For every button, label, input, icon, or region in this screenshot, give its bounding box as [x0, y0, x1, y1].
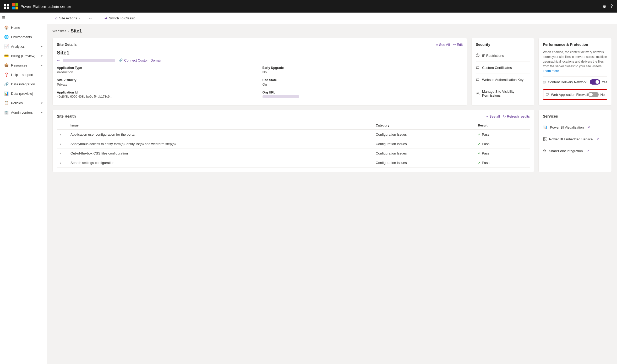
sidebar-item-billing[interactable]: 💳 Billing (Preview) ∨: [0, 51, 47, 60]
application-type-value: Production: [57, 70, 257, 74]
breadcrumb-current: Site1: [71, 28, 82, 34]
power-bi-embedded-item[interactable]: 🖼 Power BI Embedded Service ↗: [543, 133, 607, 145]
main-content: Websites › Site1 Site Details ≡ See All: [47, 24, 617, 364]
manage-visibility-item[interactable]: Manage Site Visibility Permissions: [476, 86, 530, 101]
sidebar-item-analytics[interactable]: 📈 Analytics ∨: [0, 42, 47, 51]
sidebar-item-home[interactable]: 🏠 Home: [0, 23, 47, 32]
issue-cell: Out-of-the-box CSS files configuration: [67, 149, 373, 158]
svg-rect-0: [4, 4, 6, 6]
waf-toggle[interactable]: [588, 92, 599, 97]
svg-rect-4: [12, 3, 15, 6]
svg-rect-7: [15, 7, 18, 9]
website-auth-key-item[interactable]: Website Authentication Key: [476, 74, 530, 86]
data-preview-icon: 📊: [4, 91, 8, 96]
grid-menu-button[interactable]: [4, 4, 9, 9]
security-card: Security IP Restrictions Custom Certific…: [471, 38, 534, 106]
sidebar-toggle[interactable]: ☰: [0, 13, 47, 23]
health-table-header: Issue Category Result: [57, 122, 530, 130]
sidebar-item-data-preview[interactable]: 📊 Data (preview): [0, 89, 47, 98]
result-cell: ✓Pass: [475, 130, 523, 139]
switch-to-classic-button[interactable]: ⇌ Switch To Classic: [102, 15, 138, 21]
issue-cell: Search settings configuration: [67, 158, 373, 168]
category-cell: Configuration Issues: [373, 149, 475, 158]
svg-rect-1: [7, 4, 9, 6]
resources-icon: 📦: [4, 63, 8, 67]
settings-icon[interactable]: ⚙: [603, 4, 606, 9]
custom-certificates-item[interactable]: Custom Certificates: [476, 62, 530, 74]
performance-header: Performance & Protection: [543, 42, 607, 47]
website-auth-key-icon: [476, 78, 479, 82]
category-cell: Configuration Issues: [373, 139, 475, 149]
expand-col: [57, 122, 67, 130]
health-header: Site Health ≡ See all ↻ Refresh results: [57, 114, 530, 118]
sidebar-item-policies[interactable]: 📋 Policies ∨: [0, 98, 47, 108]
svg-point-10: [478, 56, 478, 56]
expand-row-chevron[interactable]: ›: [60, 152, 61, 155]
security-title: Security: [476, 42, 490, 47]
power-bi-embedded-icon: 🖼: [543, 137, 547, 141]
site-details-title: Site Details: [57, 42, 77, 47]
site-actions-checkbox-icon: ☑: [54, 16, 58, 20]
sidebar-item-data-integration[interactable]: 🔗 Data integration: [0, 79, 47, 89]
bottom-cards-row: Site Health ≡ See all ↻ Refresh results: [52, 110, 612, 172]
result-cell: ✓Pass: [475, 158, 523, 168]
edit-icon: ✏: [453, 43, 456, 47]
early-upgrade-value: No: [263, 70, 463, 74]
site-visibility-value: Private: [57, 82, 257, 86]
health-table-body: › Application user configuration for the…: [57, 130, 530, 168]
environments-icon: 🌐: [4, 35, 8, 39]
sidebar-item-resources[interactable]: 📦 Resources ∨: [0, 60, 47, 70]
sidebar-item-environments[interactable]: 🌐 Environments: [0, 32, 47, 42]
cdn-toggle[interactable]: [590, 79, 600, 85]
billing-chevron: ∨: [41, 54, 43, 57]
connect-domain-button[interactable]: 🔗 Connect Custom Domain: [118, 58, 162, 62]
action-bar-divider: [98, 16, 98, 21]
ms-logo: Power Platform admin center: [12, 3, 71, 9]
see-all-button[interactable]: ≡ See All: [436, 43, 450, 47]
help-support-icon: ❓: [4, 73, 8, 77]
application-type-label: Application Type: [57, 66, 257, 70]
breadcrumb-parent[interactable]: Websites: [52, 29, 66, 33]
analytics-chevron: ∨: [41, 45, 43, 48]
waf-label-row: 🛡 Web Application Firewall: [545, 93, 588, 97]
ip-restrictions-item[interactable]: IP Restrictions: [476, 50, 530, 62]
expand-row-chevron[interactable]: ›: [60, 161, 61, 164]
scroll-col: [523, 122, 530, 130]
breadcrumb-separator: ›: [68, 29, 69, 33]
health-title: Site Health: [57, 114, 76, 118]
expand-row-chevron[interactable]: ›: [60, 142, 61, 146]
see-all-health-button[interactable]: ≡ See all: [486, 114, 500, 118]
svg-rect-11: [476, 67, 479, 69]
admin-centers-chevron: ∨: [41, 111, 43, 114]
help-icon[interactable]: ?: [610, 4, 613, 9]
sidebar-item-admin-centers[interactable]: 🏢 Admin centers ∨: [0, 108, 47, 117]
site-details-header: Site Details ≡ See All ✏ Edit: [57, 42, 463, 47]
edit-button[interactable]: ✏ Edit: [453, 43, 463, 47]
svg-rect-6: [12, 7, 15, 9]
power-bi-viz-item[interactable]: 📊 Power BI Visualization ↗: [543, 122, 607, 133]
more-actions-button[interactable]: ···: [87, 15, 94, 21]
site-actions-button[interactable]: ☑ Site Actions ∨: [52, 15, 83, 21]
sharepoint-external-icon: ↗: [586, 149, 589, 153]
expand-row-chevron[interactable]: ›: [60, 133, 61, 136]
site-details-card: Site Details ≡ See All ✏ Edit: [52, 38, 467, 106]
svg-rect-2: [4, 7, 6, 9]
sharepoint-item[interactable]: ⚙ SharePoint Integration ↗: [543, 145, 607, 157]
analytics-icon: 📈: [4, 44, 8, 48]
issue-cell: Anonymous access to entity form(s), enti…: [67, 139, 373, 149]
refresh-results-button[interactable]: ↻ Refresh results: [503, 114, 530, 118]
category-header: Category: [373, 122, 475, 130]
topbar: Power Platform admin center ⚙ ?: [0, 0, 617, 13]
services-header: Services: [543, 114, 607, 118]
learn-more-link[interactable]: Learn more: [543, 69, 559, 73]
site-visibility-item: Site Visibility Private: [57, 78, 257, 86]
category-cell: Configuration Issues: [373, 158, 475, 168]
site-details-grid: Application Type Production Early Upgrad…: [57, 66, 463, 98]
sidebar-item-help[interactable]: ❓ Help + support: [0, 70, 47, 79]
admin-centers-icon: 🏢: [4, 110, 8, 114]
pass-icon: ✓: [478, 151, 481, 155]
see-all-health-icon: ≡: [486, 114, 488, 118]
app-title: Power Platform admin center: [20, 4, 71, 9]
svg-point-13: [477, 92, 478, 93]
ip-restrictions-icon: [476, 53, 479, 58]
